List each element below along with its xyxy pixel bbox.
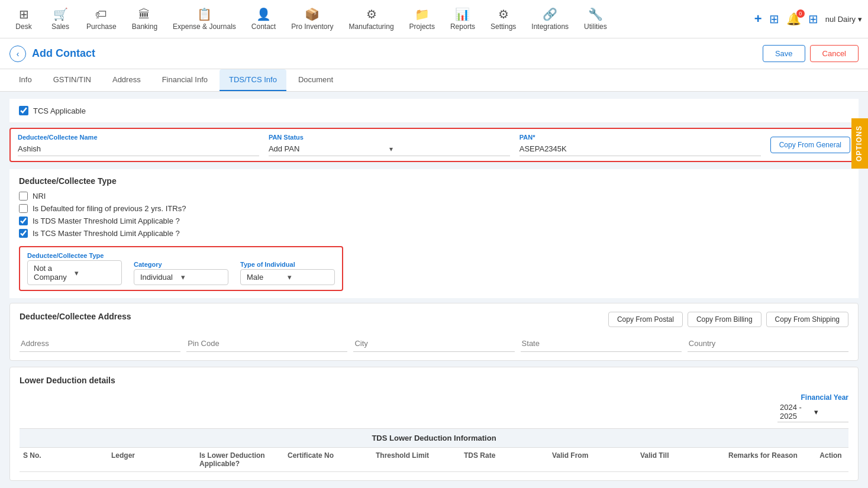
col-ledger: Ledger	[108, 451, 196, 468]
nav-banking[interactable]: 🏛 Banking	[125, 4, 164, 34]
copy-from-general-button[interactable]: Copy From General	[770, 137, 850, 153]
tab-address[interactable]: Address	[103, 69, 150, 91]
col-valid-from: Valid From	[548, 451, 637, 468]
deductee-name-value[interactable]: Ashish	[18, 142, 259, 156]
category-label: Category	[134, 261, 228, 268]
integrations-icon: 🔗	[543, 7, 557, 21]
city-input[interactable]	[353, 335, 514, 352]
reports-icon: 📊	[455, 7, 470, 21]
projects-icon: 📁	[415, 7, 430, 21]
nav-desk[interactable]: ⊞ Desk	[6, 4, 41, 34]
page-header: ‹ Add Contact Save Cancel	[0, 38, 868, 69]
type-individual-chevron: ▾	[288, 273, 328, 282]
nav-manufacturing[interactable]: ⚙ Manufacturing	[342, 4, 401, 34]
nav-proinventory[interactable]: 📦 Pro Inventory	[284, 4, 340, 34]
deductee-type-chevron: ▾	[75, 269, 115, 277]
nav-purchase[interactable]: 🏷 Purchase	[79, 4, 124, 34]
type-individual-dropdown[interactable]: Male ▾	[240, 269, 335, 285]
tcs-threshold-checkbox[interactable]	[19, 229, 28, 238]
cancel-button[interactable]: Cancel	[810, 45, 859, 62]
nav-expense[interactable]: 📋 Expense & Journals	[166, 4, 243, 34]
fy-group: Financial Year 2024 - 2025 ▾	[777, 393, 848, 422]
nav-reports[interactable]: 📊 Reports	[443, 4, 482, 34]
state-field	[521, 335, 682, 352]
pincode-input[interactable]	[186, 335, 347, 352]
tds-threshold-checkbox[interactable]	[19, 216, 28, 225]
pincode-field	[186, 335, 347, 352]
copy-from-shipping-button[interactable]: Copy From Shipping	[766, 312, 848, 327]
country-input[interactable]	[688, 335, 848, 352]
page-header-left: ‹ Add Contact	[9, 46, 95, 62]
tab-document[interactable]: Document	[289, 69, 343, 91]
save-button[interactable]: Save	[763, 45, 805, 62]
tab-financial[interactable]: Financial Info	[153, 69, 217, 91]
itr-checkbox[interactable]	[19, 204, 28, 213]
options-sidebar[interactable]: OPTIONS	[851, 118, 868, 169]
deductee-name-label: Deductee/Collectee Name	[18, 134, 259, 141]
col-valid-till: Valid Till	[637, 451, 725, 468]
sales-icon: 🛒	[53, 7, 68, 21]
apps-icon[interactable]: ⊞	[808, 12, 818, 26]
deductee-type-dropdown-field: Deductee/Collectee Type Not a Company ▾	[27, 252, 122, 285]
nav-items: ⊞ Desk 🛒 Sales 🏷 Purchase 🏛 Banking 📋 Ex…	[6, 4, 614, 34]
page-header-right: Save Cancel	[763, 45, 859, 62]
tabs-bar: Info GSTIN/TIN Address Financial Info TD…	[0, 69, 868, 92]
tcs-checkbox[interactable]	[19, 106, 28, 115]
tab-tds[interactable]: TDS/TCS Info	[220, 69, 286, 91]
tab-gstin[interactable]: GSTIN/TIN	[44, 69, 101, 91]
lower-deduction-title: Lower Deduction details	[20, 376, 848, 385]
copy-from-postal-button[interactable]: Copy From Postal	[608, 312, 683, 327]
copy-from-billing-button[interactable]: Copy From Billing	[688, 312, 761, 327]
nri-label: NRI	[33, 192, 46, 201]
tab-info[interactable]: Info	[9, 69, 41, 91]
tds-threshold-row: Is TDS Master Threshold Limit Applicable…	[19, 216, 849, 225]
col-remarks: Remarks for Reason	[725, 451, 813, 468]
pan-status-chevron: ▾	[389, 145, 510, 153]
desk-icon: ⊞	[19, 7, 29, 21]
tds-info-header: TDS Lower Deduction Information	[20, 428, 848, 448]
type-row: Deductee/Collectee Type Not a Company ▾ …	[19, 246, 343, 291]
type-individual-label: Type of Individual	[240, 261, 335, 268]
col-cert: Certificate No	[284, 451, 372, 468]
tcs-threshold-row: Is TCS Master Threshold Limit Applicable…	[19, 229, 849, 238]
address-input[interactable]	[20, 335, 180, 352]
pan-value-field: PAN* ASEPA2345K	[519, 134, 761, 156]
city-field	[353, 335, 514, 352]
nav-right-actions: + ⊞ 🔔 0 ⊞ nul Dairy ▾	[754, 11, 862, 27]
nav-integrations[interactable]: 🔗 Integrations	[524, 4, 576, 34]
settings-icon: ⚙	[498, 7, 509, 21]
nav-utilities[interactable]: 🔧 Utilities	[577, 4, 614, 34]
utilities-icon: 🔧	[588, 7, 603, 21]
col-threshold: Threshold Limit	[372, 451, 460, 468]
col-tds-rate: TDS Rate	[460, 451, 548, 468]
state-input[interactable]	[521, 335, 682, 352]
company-selector[interactable]: nul Dairy ▾	[825, 15, 862, 24]
fy-label: Financial Year	[801, 393, 849, 402]
address-buttons: Copy From Postal Copy From Billing Copy …	[608, 312, 848, 327]
company-chevron: ▾	[858, 15, 862, 24]
category-dropdown-field: Category Individual ▾	[134, 261, 228, 285]
add-button[interactable]: +	[754, 11, 762, 27]
tds-threshold-label: Is TDS Master Threshold Limit Applicable…	[33, 216, 180, 225]
tcs-applicable-row: TCS Applicable	[9, 99, 859, 123]
nav-sales[interactable]: 🛒 Sales	[43, 4, 78, 34]
nav-settings[interactable]: ⚙ Settings	[483, 4, 523, 34]
purchase-icon: 🏷	[95, 8, 107, 21]
col-action: Action	[813, 451, 848, 468]
pan-status-dropdown[interactable]: Add PAN ▾	[269, 142, 510, 156]
nri-checkbox[interactable]	[19, 192, 28, 201]
nav-contact[interactable]: 👤 Contact	[244, 4, 283, 34]
deductee-type-section: Deductee/Collectee Type NRI Is Defaulted…	[9, 169, 859, 298]
pan-value[interactable]: ASEPA2345K	[519, 142, 761, 156]
table-header-row: S No. Ledger Is Lower Deduction Applicab…	[20, 448, 848, 472]
proinventory-icon: 📦	[305, 7, 320, 21]
fy-dropdown[interactable]: 2024 - 2025 ▾	[777, 402, 848, 422]
main-content: TCS Applicable Deductee/Collectee Name A…	[0, 92, 868, 488]
deductee-type-dropdown[interactable]: Not a Company ▾	[27, 260, 122, 285]
notification-bell[interactable]: 🔔 0	[786, 12, 801, 26]
back-button[interactable]: ‹	[9, 46, 26, 62]
grid-icon[interactable]: ⊞	[769, 12, 779, 26]
contact-icon: 👤	[256, 7, 271, 21]
category-dropdown[interactable]: Individual ▾	[134, 269, 228, 285]
nav-projects[interactable]: 📁 Projects	[402, 4, 442, 34]
